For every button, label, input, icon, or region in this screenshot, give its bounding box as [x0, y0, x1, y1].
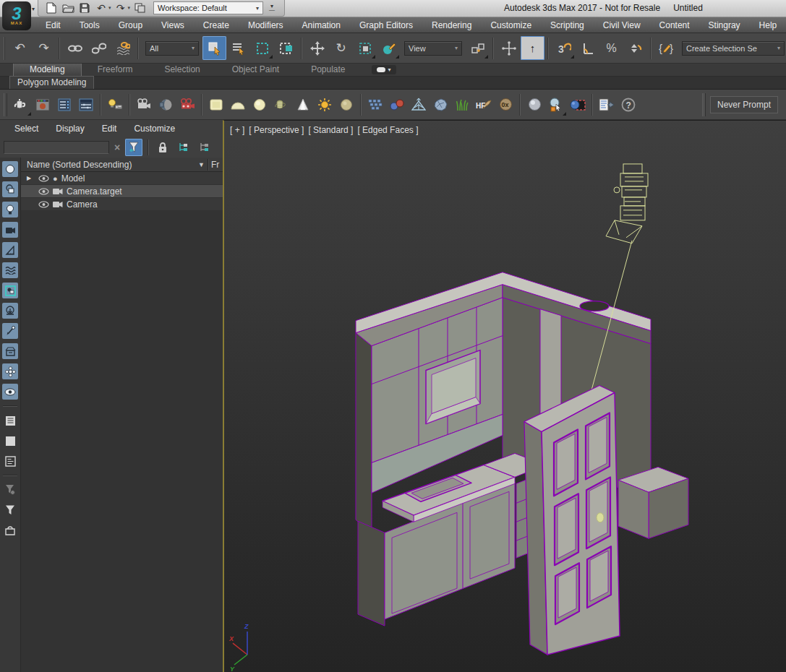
ribbon-tab-modeling[interactable]: Modeling [13, 63, 82, 76]
display-helpers-button[interactable] [2, 242, 18, 258]
named-selection-set-dropdown[interactable]: Create Selection Se ▾ [682, 41, 785, 56]
list-item-camera-target[interactable]: Camera.target [21, 185, 223, 198]
frozen-column-header[interactable]: Fr [211, 160, 220, 170]
door-model[interactable] [524, 386, 620, 655]
light-lister-button[interactable] [104, 93, 126, 116]
undo-button[interactable]: ↶ [94, 1, 108, 14]
display-shapes-button[interactable] [2, 181, 18, 197]
menu-stingray[interactable]: Stingray [699, 20, 750, 30]
display-cameras-button[interactable] [2, 222, 18, 238]
lock-explorer-button[interactable] [154, 139, 171, 156]
sx-menu-select[interactable]: Select [6, 124, 47, 134]
visibility-eye-icon[interactable] [38, 201, 49, 208]
workspace-dropdown[interactable]: Workspace: Default ▾ [153, 1, 263, 14]
clear-search-icon[interactable]: × [113, 142, 121, 153]
sort-descending-icon[interactable]: ▼ [198, 161, 208, 168]
sx-menu-customize[interactable]: Customize [125, 124, 184, 134]
camera-object[interactable] [606, 164, 648, 244]
display-xrefs-button[interactable] [2, 303, 18, 319]
display-lights-button[interactable] [2, 202, 18, 217]
sx-menu-display[interactable]: Display [47, 124, 93, 134]
hierarchy-list-button[interactable] [2, 453, 18, 469]
node-label[interactable]: Model [61, 173, 85, 184]
toolbar-grip[interactable] [4, 37, 5, 60]
help-button[interactable]: ? [618, 93, 639, 116]
app-logo-button[interactable]: 3 MAX [2, 1, 31, 30]
ribbon-tab-selection[interactable]: Selection [148, 64, 215, 76]
unlink-selection-button[interactable] [87, 36, 111, 60]
viewport-scene[interactable]: X Y Z [224, 121, 786, 672]
perspective-viewport[interactable]: [ + ] [ Perspective ] [ Standard ] [ Edg… [223, 120, 786, 672]
redo-button[interactable]: ↷ [114, 1, 128, 14]
selection-filter-dropdown[interactable]: All ▾ [145, 41, 199, 56]
menu-create[interactable]: Create [194, 20, 239, 30]
visibility-eye-icon[interactable] [38, 175, 49, 182]
menu-modifiers[interactable]: Modifiers [239, 20, 293, 30]
selection-set-basket-button[interactable] [2, 522, 18, 538]
volume-light-button[interactable] [292, 93, 314, 116]
grass-button[interactable] [451, 93, 473, 116]
select-and-link-button[interactable] [63, 36, 87, 60]
viewport-menu-general[interactable]: [ + ] [230, 125, 244, 135]
collapse-hierarchy-button[interactable] [196, 139, 213, 156]
door-knob[interactable] [597, 513, 604, 522]
material-picker-button[interactable] [545, 93, 567, 116]
list-item-camera[interactable]: Camera [21, 198, 223, 211]
render-setup-button[interactable] [32, 93, 54, 116]
dome-light-button[interactable] [227, 93, 249, 116]
layer-list-button[interactable] [2, 413, 18, 428]
toolbar-grip[interactable] [4, 93, 7, 116]
sun-light-button[interactable] [314, 93, 336, 116]
select-and-scale-button[interactable] [353, 36, 377, 60]
menu-customize[interactable]: Customize [481, 20, 541, 30]
filter-settings-button[interactable] [2, 482, 18, 498]
molecule-button[interactable] [386, 93, 408, 116]
script-listener-button[interactable] [596, 93, 618, 116]
display-spacewarps-button[interactable] [2, 262, 18, 278]
viewport-menu-shading[interactable]: [ Edged Faces ] [357, 125, 418, 135]
visibility-eye-icon[interactable] [38, 188, 49, 195]
menu-tools[interactable]: Tools [70, 20, 109, 30]
bind-to-space-warp-button[interactable] [111, 36, 134, 60]
menu-content[interactable]: Content [650, 20, 699, 30]
material-editor-button[interactable] [524, 93, 545, 116]
use-pivot-point-center-button[interactable] [466, 36, 490, 60]
node-label[interactable]: Camera [67, 199, 98, 210]
name-column-header[interactable]: Name (Sorted Descending) [27, 160, 198, 170]
node-label[interactable]: Camera.target [67, 186, 122, 197]
select-by-name-button[interactable] [226, 36, 250, 60]
percent-snap-toggle-button[interactable]: % [599, 36, 623, 60]
menu-views[interactable]: Views [152, 20, 194, 30]
viewport-menu-renderer[interactable]: [ Standard ] [308, 125, 353, 135]
expand-hierarchy-button[interactable] [175, 139, 192, 156]
display-hidden-button[interactable] [2, 384, 18, 400]
select-and-move-button[interactable] [305, 36, 329, 60]
new-scene-button[interactable] [44, 1, 59, 14]
display-groups-button[interactable] [2, 283, 18, 298]
sx-menu-edit[interactable]: Edit [93, 124, 126, 134]
toolbar-options-button[interactable]: ▾— [265, 1, 278, 14]
area-light-button[interactable] [205, 93, 227, 116]
display-bones-button[interactable] [2, 323, 18, 339]
menu-graph-editors[interactable]: Graph Editors [350, 20, 422, 30]
minimize-ribbon-button[interactable]: ▾ [372, 65, 396, 74]
ribbon-tab-freeform[interactable]: Freeform [82, 64, 149, 76]
edit-named-selection-sets-button[interactable]: {} [654, 36, 678, 60]
open-file-button[interactable] [61, 1, 75, 14]
keyboard-shortcut-override-button[interactable]: ↑ [521, 36, 544, 60]
hair-fur-button[interactable]: HF [473, 93, 495, 116]
list-item-model[interactable]: ▶ ● Model [21, 172, 223, 185]
stereo-camera-button[interactable] [176, 93, 198, 116]
project-folder-button[interactable] [132, 1, 147, 14]
display-containers-button[interactable] [2, 343, 18, 359]
display-geometry-button[interactable] [2, 161, 18, 177]
menu-scripting[interactable]: Scripting [541, 20, 594, 30]
ribbon-tab-populate[interactable]: Populate [295, 64, 361, 76]
ribbon-tab-object-paint[interactable]: Object Paint [216, 64, 295, 76]
ox-map-button[interactable]: 0x [495, 93, 516, 116]
particle-array-button[interactable] [364, 93, 386, 116]
select-and-rotate-button[interactable]: ↻ [329, 36, 353, 60]
environment-settings-button[interactable] [75, 93, 97, 116]
save-file-button[interactable] [77, 1, 92, 14]
spinner-snap-toggle-button[interactable] [623, 36, 647, 60]
